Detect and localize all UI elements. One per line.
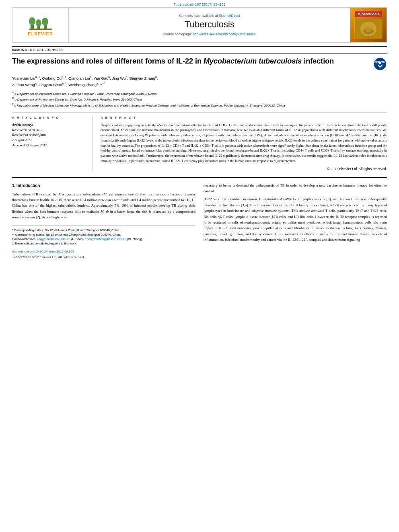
intro-paragraph-2: necessary to better understand the patho…	[204, 183, 387, 194]
svg-point-5	[42, 18, 48, 26]
svg-rect-6	[29, 29, 52, 30]
journal-name-header: Tuberculosis	[185, 19, 234, 30]
journal-ref-line: Tuberculosis 107 (2017) 95–103	[0, 0, 399, 7]
body-left-col: 1. Introduction Tuberculosis (TB) caused…	[12, 183, 195, 261]
svg-point-9	[365, 26, 372, 32]
article-info-header: A R T I C L E I N F O	[12, 116, 86, 119]
doi-line[interactable]: http://dx.doi.org/10.1016/j.tube.2017.08…	[12, 249, 195, 255]
article-info-column: A R T I C L E I N F O Article history: R…	[12, 116, 93, 171]
section-label: IMMUNOLOGICAL ASPECTS	[12, 46, 387, 53]
title-end: infection	[302, 57, 334, 65]
sciencedirect-line: Contents lists available at ScienceDirec…	[179, 14, 240, 18]
journal-homepage-line: journal homepage: http://intl.elsevierhe…	[163, 32, 255, 36]
authors-line: Yuanyuan Liua, 1, Qinfang Oub, 1, Qianqi…	[12, 75, 387, 88]
footnote-corresponding1: * Corresponding author. No.12 Wulumuqi Z…	[12, 228, 195, 232]
elsevier-logo: ELSEVIER	[28, 14, 53, 36]
footnote-email: E-mail addresses: lingyyu26@fudan.edu.cn…	[12, 237, 195, 241]
sciencedirect-link[interactable]: ScienceDirect	[219, 14, 240, 18]
page-wrapper: Tuberculosis 107 (2017) 95–103 ELSEVIER …	[0, 0, 399, 260]
email-label: E-mail addresses:	[12, 237, 36, 241]
email1-link[interactable]: lingyyu26@fudan.edu.cn	[37, 237, 70, 241]
footnotes: * Corresponding author. No.12 Wulumuqi Z…	[12, 225, 195, 246]
journal-homepage-url[interactable]: http://intl.elsevierhealth.com/journals/…	[193, 32, 255, 36]
title-plain: The expressions and roles of different f…	[12, 57, 204, 65]
received-date: Received 6 April 2017	[12, 127, 86, 133]
elsevier-branding: ELSEVIER	[12, 8, 69, 42]
section-divider	[12, 112, 387, 113]
intro-paragraph-3: IL-22 was first identified in murine IL-…	[204, 196, 387, 242]
header-box: ELSEVIER Contents lists available at Sci…	[12, 7, 387, 43]
journal-ref-text: Tuberculosis 107 (2017) 95–103	[173, 2, 225, 6]
tb-logo-label: Tuberculosis	[355, 11, 382, 17]
crossmark-icon: CrossMark	[374, 58, 387, 70]
title-italic: Mycobacterium tuberculosis	[204, 57, 302, 65]
email2-link[interactable]: zhangwenhong@fudan.edu.cn	[85, 237, 126, 241]
accepted-date: Accepted 23 August 2017	[12, 143, 86, 148]
main-content: IMMUNOLOGICAL ASPECTS The expressions an…	[0, 46, 399, 260]
article-info-abstract: A R T I C L E I N F O Article history: R…	[12, 116, 387, 171]
abstract-column: A B S T R A C T Despite evidence suggest…	[101, 116, 387, 171]
revised-label: Received in revised form	[12, 132, 86, 138]
body-content: 1. Introduction Tuberculosis (TB) caused…	[12, 177, 387, 261]
crossmark[interactable]: CrossMark	[373, 57, 387, 71]
abstract-header: A B S T R A C T	[101, 116, 387, 119]
revised-date: 7 August 2017	[12, 138, 86, 143]
svg-point-12	[379, 62, 381, 64]
article-history: Article history: Received 6 April 2017 R…	[12, 123, 86, 148]
svg-point-1	[29, 17, 35, 25]
elsevier-tree-icon	[29, 14, 53, 30]
intro-heading: 1. Introduction	[12, 183, 195, 189]
abstract-text: Despite evidence suggesting an anti-Myco…	[101, 123, 387, 164]
issn-line: 1472-9792/© 2017 Elsevier Ltd. All right…	[12, 255, 195, 260]
email1-person: (L. Shao),	[71, 237, 84, 241]
tb-logo-image	[354, 19, 383, 39]
copyright-line: © 2017 Elsevier Ltd. All rights reserved…	[101, 167, 387, 171]
email2-person: (W. Zhang).	[127, 237, 143, 241]
footnote-contrib: 1 These authors contributed equally to t…	[12, 241, 195, 246]
body-right-col: necessary to better understand the patho…	[204, 183, 387, 261]
journal-logo-box: Tuberculosis	[350, 8, 387, 42]
elsevier-label: ELSEVIER	[28, 31, 53, 36]
history-label: Article history:	[12, 123, 86, 127]
footnote-corresponding2: ** Corresponding author. No.12 Wulumuqi …	[12, 232, 195, 237]
article-title: The expressions and roles of different f…	[12, 57, 387, 71]
intro-paragraph-1: Tuberculosis (TB) caused by Mycobacteriu…	[12, 191, 195, 220]
body-two-col: 1. Introduction Tuberculosis (TB) caused…	[12, 183, 387, 261]
svg-point-3	[36, 19, 41, 27]
header-center: Contents lists available at ScienceDirec…	[69, 8, 350, 42]
affiliations: a a Department of Infectious Diseases, H…	[12, 90, 387, 108]
article-title-text: The expressions and roles of different f…	[12, 57, 373, 66]
